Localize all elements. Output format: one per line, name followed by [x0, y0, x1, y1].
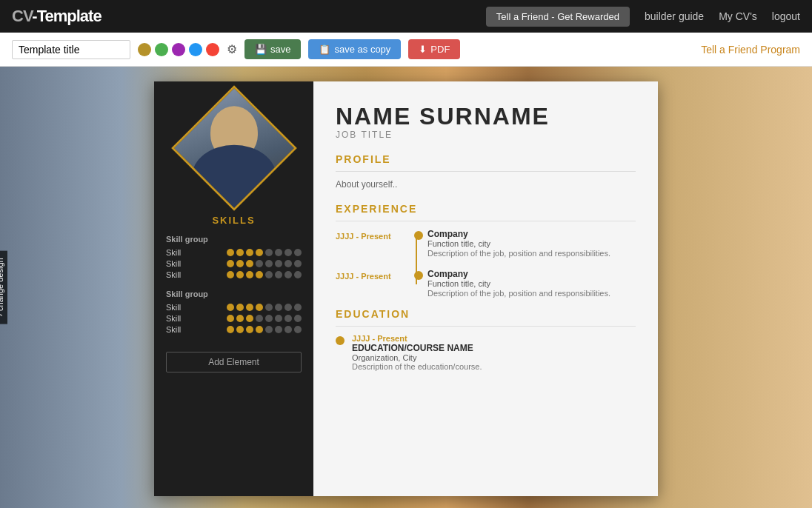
tell-friend-nav-button[interactable]: Tell a Friend - Get Rewarded — [486, 7, 630, 27]
edu-dot — [336, 336, 345, 345]
profile-section-title: PROFILE — [336, 153, 636, 165]
dot-empty — [294, 249, 302, 256]
profile-photo-frame[interactable] — [171, 85, 297, 211]
skill-name: Skill — [166, 303, 181, 312]
save-button[interactable]: 💾 save — [244, 39, 301, 59]
profile-text: About yourself.. — [336, 179, 636, 190]
experience-divider — [336, 221, 636, 221]
dot-empty — [265, 260, 273, 267]
builder-guide-link[interactable]: builder guide — [645, 10, 704, 22]
exp-right: Company Function title, city Description… — [417, 229, 636, 259]
dot-empty — [275, 260, 282, 267]
skill-dots — [227, 304, 302, 311]
color-swatch-green[interactable] — [155, 43, 168, 56]
profile-divider — [336, 171, 636, 172]
cv-right-panel: NAME SURNAME JOB TITLE PROFILE About you… — [313, 81, 658, 496]
my-cvs-link[interactable]: My CV's — [719, 10, 757, 22]
dot-empty — [265, 315, 273, 322]
experience-item: JJJJ - Present Company Function title, c… — [336, 269, 636, 299]
skill-dots — [227, 260, 302, 267]
color-swatch-blue[interactable] — [189, 43, 202, 56]
dot-filled — [256, 326, 263, 333]
skill-row: Skill — [166, 303, 302, 312]
color-swatch-red[interactable] — [206, 43, 219, 56]
skill-name: Skill — [166, 325, 181, 334]
skill-name: Skill — [166, 270, 181, 279]
dot-filled — [227, 249, 234, 256]
dot-empty — [284, 260, 292, 267]
top-nav: CV-Template Tell a Friend - Get Rewarded… — [0, 0, 812, 33]
education-item: JJJJ - Present EDUCATION/COURSE NAME Org… — [336, 334, 636, 371]
dot-filled — [236, 249, 244, 256]
profile-photo — [174, 88, 294, 208]
color-swatch-gold[interactable] — [138, 43, 151, 56]
add-element-button[interactable]: Add Element — [166, 352, 302, 372]
logout-link[interactable]: logout — [772, 10, 800, 22]
dot-empty — [275, 304, 282, 311]
color-swatches — [138, 43, 219, 56]
experience-item: JJJJ - Present Company Function title, c… — [336, 229, 636, 259]
dot-empty — [284, 315, 292, 322]
education-section: EDUCATION JJJJ - Present EDUCATION/COURS… — [336, 308, 636, 371]
cv-left-panel: SKILLS Skill group Skill — [154, 81, 313, 496]
change-design-tab[interactable]: › change design — [0, 250, 7, 324]
dot-filled — [227, 260, 234, 267]
edu-desc: Description of the education/course. — [352, 362, 636, 371]
skill-row: Skill — [166, 270, 302, 279]
dot-empty — [294, 260, 302, 267]
dot-empty — [294, 326, 302, 333]
dot-empty — [294, 304, 302, 311]
skill-group-1-label: Skill group — [166, 235, 302, 244]
education-section-title: EDUCATION — [336, 308, 636, 320]
person-silhouette — [174, 88, 294, 208]
dot-empty — [284, 249, 292, 256]
exp-company: Company — [427, 269, 636, 279]
education-divider — [336, 326, 636, 327]
dot-filled — [227, 326, 234, 333]
dot-filled — [227, 271, 234, 278]
download-icon: ⬇ — [419, 44, 427, 55]
skill-name: Skill — [166, 259, 181, 268]
dot-empty — [265, 271, 273, 278]
tell-friend-toolbar-link[interactable]: Tell a Friend Program — [701, 44, 800, 56]
save-as-copy-button[interactable]: 📋 save as copy — [308, 39, 401, 59]
dot-filled — [236, 304, 244, 311]
dot-empty — [256, 315, 263, 322]
dot-filled — [246, 315, 253, 322]
settings-icon[interactable]: ⚙ — [227, 42, 237, 56]
skill-row: Skill — [166, 325, 302, 334]
edu-name: EDUCATION/COURSE NAME — [352, 343, 636, 353]
experience-section: EXPERIENCE JJJJ - Present — [336, 203, 636, 299]
template-title-input[interactable] — [12, 40, 130, 59]
chevron-right-icon: › — [0, 314, 4, 317]
experience-section-title: EXPERIENCE — [336, 203, 636, 215]
pdf-button[interactable]: ⬇ PDF — [408, 39, 460, 59]
dot-empty — [275, 315, 282, 322]
logo: CV-Template — [12, 7, 102, 26]
dot-empty — [265, 326, 273, 333]
dot-empty — [284, 304, 292, 311]
dot-empty — [294, 315, 302, 322]
toolbar: ⚙ 💾 save 📋 save as copy ⬇ PDF Tell a Fri… — [0, 33, 812, 67]
exp-role: Function title, city — [427, 279, 636, 288]
dot-filled — [236, 260, 244, 267]
dot-empty — [265, 249, 273, 256]
dot-filled — [246, 260, 253, 267]
save-icon: 💾 — [255, 44, 267, 55]
color-swatch-purple[interactable] — [172, 43, 185, 56]
exp-desc: Description of the job, position and res… — [427, 248, 636, 259]
skill-group-2-label: Skill group — [166, 290, 302, 298]
exp-right: Company Function title, city Description… — [417, 269, 636, 299]
dot-empty — [275, 249, 282, 256]
dot-filled — [246, 304, 253, 311]
dot-filled — [246, 271, 253, 278]
skills-title: SKILLS — [166, 215, 302, 226]
edu-content: JJJJ - Present EDUCATION/COURSE NAME Org… — [352, 334, 636, 371]
cv-job-title: JOB TITLE — [336, 130, 636, 140]
skill-dots — [227, 271, 302, 278]
dot-empty — [294, 271, 302, 278]
dot-empty — [275, 326, 282, 333]
dot-empty — [275, 271, 282, 278]
dot-filled — [236, 326, 244, 333]
dot-filled — [227, 304, 234, 311]
